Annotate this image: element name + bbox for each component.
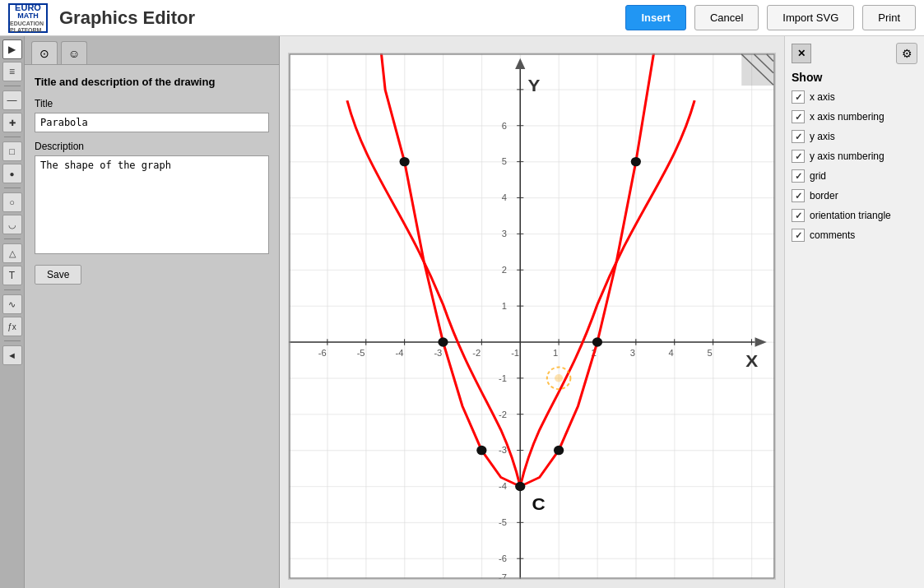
svg-text:X: X bbox=[745, 351, 758, 371]
svg-text:1: 1 bbox=[553, 348, 558, 358]
graph-svg: X Y bbox=[289, 53, 775, 579]
import-svg-button[interactable]: Import SVG bbox=[767, 5, 854, 30]
svg-text:-5: -5 bbox=[357, 348, 365, 358]
tool-separator-6 bbox=[4, 340, 21, 341]
close-panel-button[interactable]: ✕ bbox=[792, 44, 811, 63]
print-button[interactable]: Print bbox=[862, 5, 916, 30]
svg-text:-2: -2 bbox=[472, 348, 481, 358]
show-item-grid: grid bbox=[792, 169, 917, 183]
svg-text:4: 4 bbox=[502, 193, 507, 203]
dot-tool[interactable]: ● bbox=[2, 164, 22, 183]
show-item-x-axis-numbering: x axis numbering bbox=[792, 110, 917, 123]
cross-tool[interactable]: ✚ bbox=[2, 113, 22, 132]
close-icon: ✕ bbox=[797, 48, 806, 59]
tool-separator-5 bbox=[4, 289, 21, 290]
y-axis-checkbox[interactable] bbox=[792, 130, 805, 143]
border-label: border bbox=[810, 190, 838, 201]
title-input[interactable] bbox=[35, 113, 269, 132]
app-title: Graphics Editor bbox=[59, 7, 195, 29]
save-button[interactable]: Save bbox=[35, 265, 81, 285]
settings-icon: ⊙ bbox=[39, 47, 49, 60]
tool-separator-1 bbox=[4, 86, 21, 86]
svg-text:-4: -4 bbox=[499, 482, 507, 492]
grid-label: grid bbox=[810, 170, 826, 182]
graph-container[interactable]: X Y bbox=[288, 53, 776, 580]
svg-point-85 bbox=[400, 157, 410, 166]
fx-tool[interactable]: ƒx bbox=[2, 317, 22, 336]
lines-tool[interactable]: ≡ bbox=[2, 62, 22, 81]
description-label: Description bbox=[35, 141, 269, 152]
svg-text:-5: -5 bbox=[499, 517, 507, 527]
svg-point-84 bbox=[592, 337, 602, 346]
svg-text:-3: -3 bbox=[499, 446, 507, 456]
logo-sub: EDUCATION PLATFORM bbox=[10, 21, 46, 33]
gear-button[interactable]: ⚙ bbox=[896, 43, 917, 64]
svg-text:4: 4 bbox=[669, 348, 674, 358]
arc-tool[interactable]: ◡ bbox=[2, 215, 22, 234]
panel-tab-settings[interactable]: ⊙ bbox=[31, 41, 58, 64]
border-checkbox[interactable] bbox=[792, 189, 805, 202]
wave-tool[interactable]: ∿ bbox=[2, 294, 22, 314]
panel-tab-style[interactable]: ☺ bbox=[61, 41, 87, 64]
sound-tool[interactable]: ◄ bbox=[2, 345, 22, 365]
x-axis-numbering-checkbox[interactable] bbox=[792, 110, 805, 123]
logo-box: EURO MATH EDUCATION PLATFORM bbox=[8, 3, 48, 33]
y-axis-numbering-checkbox[interactable] bbox=[792, 150, 805, 163]
svg-point-86 bbox=[631, 157, 641, 166]
svg-point-88 bbox=[554, 446, 564, 455]
right-panel-header: ✕ ⚙ bbox=[792, 43, 917, 64]
svg-text:-4: -4 bbox=[396, 348, 404, 358]
svg-text:C: C bbox=[532, 494, 546, 514]
title-label: Title bbox=[35, 98, 269, 109]
topbar: EURO MATH EDUCATION PLATFORM Graphics Ed… bbox=[0, 0, 924, 36]
comments-label: comments bbox=[810, 229, 855, 241]
tool-separator-3 bbox=[4, 188, 21, 188]
svg-text:3: 3 bbox=[630, 348, 635, 358]
x-axis-label: x axis bbox=[810, 91, 835, 103]
svg-text:1: 1 bbox=[502, 301, 507, 311]
show-title: Show bbox=[792, 71, 917, 84]
triangle-tool[interactable]: △ bbox=[2, 243, 22, 263]
svg-point-92 bbox=[555, 374, 563, 382]
svg-text:5: 5 bbox=[502, 157, 507, 167]
select-tool[interactable]: ▶ bbox=[2, 39, 22, 59]
insert-button[interactable]: Insert bbox=[625, 5, 685, 30]
canvas-area[interactable]: X Y bbox=[280, 36, 784, 588]
text-tool[interactable]: T bbox=[2, 266, 22, 285]
orientation-triangle-label: orientation triangle bbox=[810, 210, 891, 221]
svg-text:-6: -6 bbox=[318, 348, 327, 358]
rect-tool[interactable]: □ bbox=[2, 141, 22, 161]
main-layout: ▶ ≡ — ✚ □ ● ○ ◡ △ T ∿ ƒx ◄ ⊙ ☺ Title and… bbox=[0, 36, 924, 588]
panel-tabs: ⊙ ☺ bbox=[25, 36, 279, 65]
svg-text:3: 3 bbox=[502, 229, 507, 239]
svg-text:-1: -1 bbox=[499, 373, 507, 383]
svg-text:-1: -1 bbox=[511, 348, 519, 358]
panel-header: Title and description of the drawing bbox=[35, 75, 269, 90]
style-icon: ☺ bbox=[68, 47, 80, 60]
tool-separator-4 bbox=[4, 238, 21, 239]
show-item-border: border bbox=[792, 189, 917, 202]
svg-text:-3: -3 bbox=[434, 348, 442, 358]
svg-rect-97 bbox=[741, 54, 773, 86]
tool-separator-2 bbox=[4, 137, 21, 137]
circle-tool[interactable]: ○ bbox=[2, 192, 22, 212]
svg-point-89 bbox=[476, 446, 486, 455]
left-panel: ⊙ ☺ Title and description of the drawing… bbox=[25, 36, 280, 588]
left-toolbar: ▶ ≡ — ✚ □ ● ○ ◡ △ T ∿ ƒx ◄ bbox=[0, 36, 25, 588]
svg-text:2: 2 bbox=[502, 265, 507, 275]
y-axis-label: y axis bbox=[810, 131, 835, 142]
show-item-comments: comments bbox=[792, 229, 917, 242]
svg-text:6: 6 bbox=[502, 121, 507, 131]
orientation-triangle-checkbox[interactable] bbox=[792, 209, 805, 222]
show-item-y-axis: y axis bbox=[792, 130, 917, 143]
x-axis-numbering-label: x axis numbering bbox=[810, 111, 885, 123]
line-tool[interactable]: — bbox=[2, 90, 22, 110]
grid-checkbox[interactable] bbox=[792, 169, 805, 183]
show-item-x-axis: x axis bbox=[792, 90, 917, 104]
cancel-button[interactable]: Cancel bbox=[694, 5, 759, 30]
description-textarea[interactable]: The shape of the graph bbox=[35, 155, 269, 254]
y-axis-numbering-label: y axis numbering bbox=[810, 150, 885, 162]
x-axis-checkbox[interactable] bbox=[792, 90, 805, 104]
svg-text:-6: -6 bbox=[499, 553, 507, 563]
comments-checkbox[interactable] bbox=[792, 229, 805, 242]
